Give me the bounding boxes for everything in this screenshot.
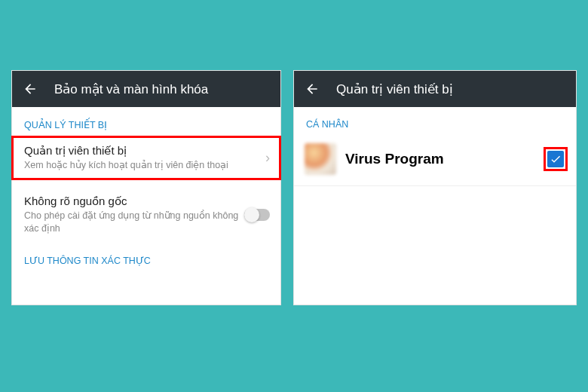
device-admin-item[interactable]: Quản trị viên thiết bị Xem hoặc hủy kích… [12, 136, 280, 179]
header-title: Quản trị viên thiết bị [336, 81, 453, 97]
unknown-sources-toggle[interactable] [244, 209, 270, 221]
chevron-right-icon: › [265, 150, 270, 166]
admin-app-row[interactable]: Virus Program [294, 136, 576, 186]
spacer [12, 179, 280, 187]
admin-checkbox[interactable] [547, 151, 564, 167]
header-bar: Bảo mật và màn hình khóa [12, 71, 280, 107]
header-bar: Quản trị viên thiết bị [294, 71, 576, 107]
security-settings-panel: Bảo mật và màn hình khóa QUẢN LÝ THIẾT B… [11, 70, 281, 305]
section-credential-storage: LƯU THÔNG TIN XÁC THỰC [12, 243, 280, 272]
back-button[interactable] [23, 81, 38, 96]
app-icon [305, 143, 336, 175]
device-admin-subtitle: Xem hoặc hủy kích hoạt quản trị viên điệ… [24, 159, 268, 172]
device-admin-title: Quản trị viên thiết bị [24, 144, 268, 158]
highlight-box [546, 149, 565, 169]
section-device-management: QUẢN LÝ THIẾT BỊ [12, 107, 280, 136]
header-title: Bảo mật và màn hình khóa [54, 81, 208, 97]
app-name-label: Virus Program [345, 151, 537, 167]
arrow-left-icon [305, 81, 320, 96]
device-admin-panel: Quản trị viên thiết bị CÁ NHÂN Virus Pro… [293, 70, 577, 305]
section-personal: CÁ NHÂN [294, 107, 576, 136]
unknown-sources-item[interactable]: Không rõ nguồn gốc Cho phép cài đặt ứng … [12, 187, 280, 243]
checkmark-icon [550, 153, 562, 165]
back-button[interactable] [305, 81, 320, 96]
arrow-left-icon [23, 81, 38, 96]
unknown-sources-subtitle: Cho phép cài đặt ứng dụng từ những nguồn… [24, 210, 268, 235]
unknown-sources-title: Không rõ nguồn gốc [24, 194, 268, 208]
